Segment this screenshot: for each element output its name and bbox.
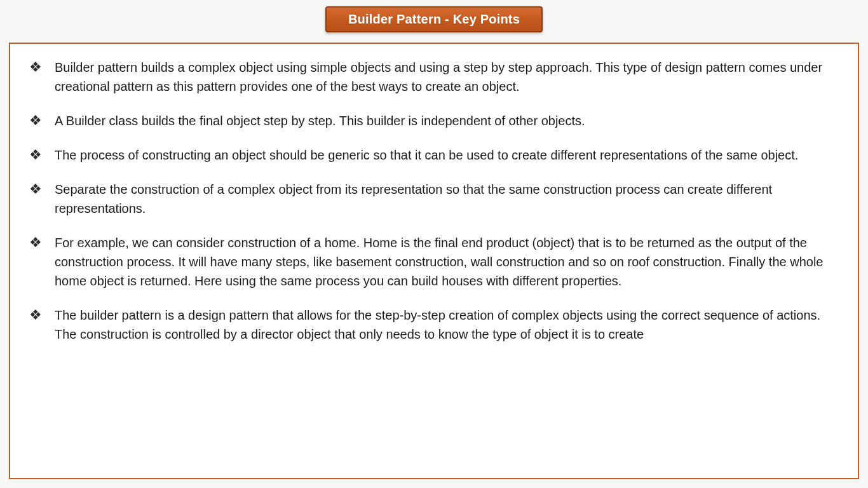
list-item: For example, we can consider constructio… [29, 233, 839, 290]
list-item: Builder pattern builds a complex object … [29, 58, 839, 96]
title-box: Builder Pattern - Key Points [325, 6, 543, 32]
list-item: Separate the construction of a complex o… [29, 180, 839, 218]
slide-page: Builder Pattern - Key Points Builder pat… [0, 0, 868, 488]
list-item: The process of constructing an object sh… [29, 146, 839, 165]
key-points-list: Builder pattern builds a complex object … [29, 58, 839, 344]
content-box: Builder pattern builds a complex object … [9, 43, 859, 479]
list-item: The builder pattern is a design pattern … [29, 306, 839, 344]
slide-title: Builder Pattern - Key Points [348, 12, 520, 27]
list-item: A Builder class builds the final object … [29, 111, 839, 130]
